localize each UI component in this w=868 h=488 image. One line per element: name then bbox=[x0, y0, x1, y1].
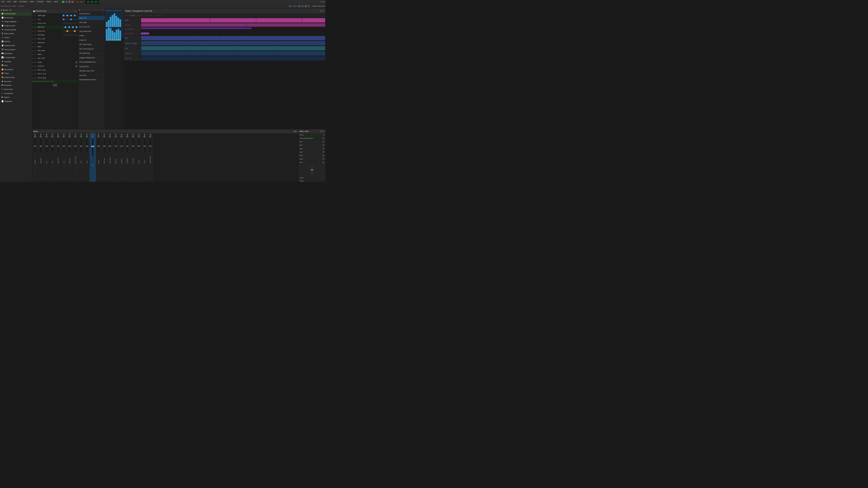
mixer-fader-track-beat-space[interactable] bbox=[110, 139, 110, 152]
pad[interactable] bbox=[74, 34, 76, 36]
eq-item-hat4[interactable]: Hat 4 bbox=[299, 151, 326, 154]
mixer-knob-wood[interactable] bbox=[97, 135, 100, 138]
mixer-led-sub-bass[interactable] bbox=[127, 134, 128, 135]
kick-block-1[interactable] bbox=[141, 36, 167, 40]
mixer-led-wood[interactable] bbox=[98, 134, 99, 135]
pad[interactable] bbox=[72, 19, 74, 20]
menu-patterns[interactable]: PATTERNS bbox=[19, 1, 28, 3]
mixer-led-clap[interactable] bbox=[64, 134, 64, 135]
track-content-vocal-dist[interactable] bbox=[141, 23, 326, 27]
channel-led-11[interactable]: ● bbox=[33, 54, 33, 55]
mixer-fader-track-hat2[interactable] bbox=[92, 139, 93, 156]
noise-hat-block-3[interactable] bbox=[233, 51, 279, 56]
channel-led-8[interactable]: ● bbox=[33, 42, 33, 43]
pad[interactable] bbox=[68, 34, 70, 36]
pad[interactable] bbox=[65, 19, 66, 20]
mixer-knob-hats[interactable] bbox=[86, 135, 88, 138]
mixer-led-sidechain[interactable] bbox=[40, 134, 41, 135]
right-panel-min[interactable]: − bbox=[322, 130, 324, 132]
list-item-stomper[interactable]: Stomper Lazer SFX ↑ bbox=[78, 69, 105, 73]
pad[interactable] bbox=[70, 19, 72, 20]
kick-block-7[interactable] bbox=[299, 36, 325, 40]
pad[interactable] bbox=[76, 30, 78, 32]
list-item-crash2[interactable]: Crash #2 + bbox=[78, 38, 105, 42]
open-hat-block-2[interactable] bbox=[203, 56, 264, 61]
pad[interactable] bbox=[65, 26, 66, 28]
mixer-knob-master[interactable] bbox=[34, 135, 36, 138]
track-content-open-hat[interactable] bbox=[141, 56, 326, 61]
pad[interactable] bbox=[74, 19, 76, 20]
pad[interactable] bbox=[70, 15, 72, 17]
pad[interactable] bbox=[65, 22, 66, 24]
clap-block-1[interactable] bbox=[141, 46, 202, 51]
sidechain-block-3[interactable] bbox=[233, 41, 279, 45]
sidebar-item-mixer-presets[interactable]: 🎛 Mixer presets bbox=[0, 32, 32, 36]
list-item-sfx-cym-noisy[interactable]: SFX Cym Noisy ↑ bbox=[78, 42, 105, 47]
pad[interactable] bbox=[74, 30, 76, 32]
track-content-kick[interactable] bbox=[141, 36, 326, 41]
vocal-dist-block-2[interactable] bbox=[246, 23, 325, 27]
mixer-fader-track-crash[interactable] bbox=[144, 139, 145, 152]
kick-block-4[interactable] bbox=[220, 36, 246, 40]
list-item-ma-const[interactable]: MA Constellations Sh... ↑ bbox=[78, 60, 105, 64]
mixer-led-best-clap[interactable] bbox=[104, 134, 105, 135]
pad[interactable] bbox=[68, 26, 70, 28]
mixer-fader-handle-beat-all[interactable] bbox=[115, 145, 117, 147]
mixer-fader-track-bassline[interactable] bbox=[121, 139, 122, 152]
channel-led-10[interactable]: ● bbox=[33, 50, 33, 51]
sidebar-item-sliced-audio[interactable]: ✂ Sliced audio bbox=[0, 88, 32, 92]
mixer-fader-handle-break-kick[interactable] bbox=[57, 145, 59, 147]
pause-button[interactable]: ⏸ bbox=[65, 1, 68, 3]
eq-knob-hat3[interactable] bbox=[322, 148, 324, 150]
sidebar-item-demo[interactable]: 🎬 Demo projects bbox=[0, 47, 32, 52]
mixer-led-master[interactable] bbox=[35, 134, 35, 135]
pad[interactable] bbox=[63, 34, 65, 36]
sidebar-item-speech[interactable]: 🗣 Speech bbox=[0, 95, 32, 99]
pad[interactable] bbox=[72, 34, 74, 36]
noise-hat-block-4[interactable] bbox=[279, 51, 325, 56]
channel-led-4[interactable]: ● bbox=[33, 26, 33, 28]
mixer-led-kick1[interactable] bbox=[46, 134, 47, 135]
pad[interactable] bbox=[72, 22, 74, 24]
mixer-fader-track-ride[interactable] bbox=[81, 139, 82, 152]
eq-item-hat3[interactable]: Hat 3 bbox=[299, 147, 326, 150]
sidebar-item-impulses[interactable]: ⚡ Impulses bbox=[0, 59, 32, 64]
mixer-fader-track-hats[interactable] bbox=[87, 139, 87, 152]
list-item-sfx-8bit[interactable]: SFX 8bit Drop ↑ bbox=[78, 51, 105, 56]
sidebar-item-recorded[interactable]: ⏺ Recorded bbox=[0, 79, 32, 84]
eq-item-hat7[interactable]: Hat 7 bbox=[299, 161, 326, 164]
pad[interactable] bbox=[66, 30, 68, 32]
sidebar-item-scores[interactable]: 🎵 Scores bbox=[0, 36, 32, 40]
pad[interactable] bbox=[68, 15, 70, 17]
bpm-display[interactable]: 128.000 bbox=[75, 0, 84, 3]
sidebar-item-current-project[interactable]: 📁 Current project bbox=[0, 12, 32, 16]
clap-block-3[interactable] bbox=[264, 46, 325, 51]
mixer-fader-handle-noise-cymbal[interactable] bbox=[74, 145, 76, 147]
toolbar-icon-2[interactable]: ⊕ bbox=[301, 5, 304, 7]
mixer-knob-kick2[interactable] bbox=[51, 135, 54, 138]
pad[interactable] bbox=[76, 34, 78, 36]
list-item-closed-hat[interactable]: Closed Hat #4 ↑ bbox=[78, 11, 105, 16]
mixer-fader-handle-beat-space[interactable] bbox=[109, 145, 111, 147]
vocal-block-4[interactable] bbox=[302, 18, 325, 22]
mixer-knob-best-clap[interactable] bbox=[103, 135, 105, 138]
track-content-clap[interactable] bbox=[141, 46, 326, 51]
pad[interactable] bbox=[68, 22, 70, 24]
mixer-fader-track-kick2[interactable] bbox=[52, 139, 53, 152]
list-item-sfx-disto[interactable]: SFX Disto ↑ bbox=[78, 20, 105, 25]
channel-led-15[interactable]: ● bbox=[33, 69, 33, 71]
mixer-led-ride[interactable] bbox=[81, 134, 82, 135]
sidebar-item-envelopes[interactable]: 📧 Envelopes bbox=[0, 52, 32, 56]
mixer-knob-noise-hat[interactable] bbox=[68, 135, 71, 138]
pad[interactable] bbox=[65, 30, 66, 32]
pad[interactable] bbox=[76, 19, 78, 20]
track-content-vocal-dist-pan[interactable] bbox=[141, 31, 326, 35]
mixer-knob-reverb[interactable] bbox=[149, 135, 152, 138]
sidebar-item-backup[interactable]: 💾 Backup bbox=[0, 39, 32, 43]
mixer-fader-handle-wood[interactable] bbox=[97, 145, 99, 147]
mixer-led-bassline[interactable] bbox=[121, 134, 122, 135]
channel-led-12[interactable]: ● bbox=[33, 58, 33, 59]
right-fader-handle-2[interactable] bbox=[312, 169, 313, 170]
menu-tools[interactable]: TOOLS bbox=[46, 1, 52, 3]
mixer-fader-handle-bassline[interactable] bbox=[121, 145, 123, 147]
